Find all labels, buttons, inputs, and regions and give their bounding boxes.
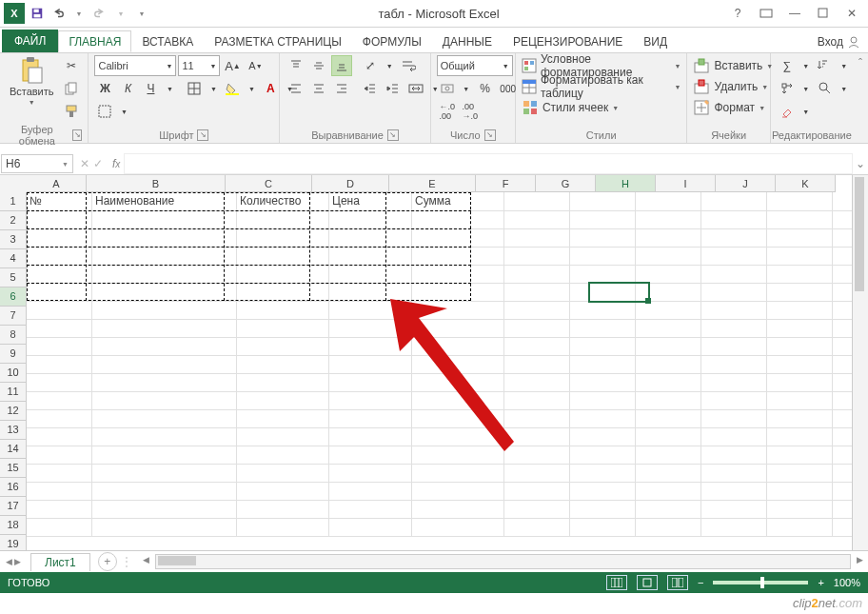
row-header[interactable]: 18 <box>0 516 27 535</box>
cell[interactable] <box>636 464 701 483</box>
cell[interactable] <box>767 427 833 446</box>
column-header[interactable]: F <box>476 175 536 192</box>
row-header[interactable]: 16 <box>0 478 27 497</box>
border-dotted-dropdown[interactable]: ▼ <box>117 101 130 122</box>
cell[interactable] <box>329 228 412 248</box>
tab-view[interactable]: ВИД <box>633 30 678 52</box>
horizontal-scrollbar-thumb[interactable] <box>158 556 196 565</box>
number-launcher[interactable]: ↘ <box>484 129 496 141</box>
sheet-nav-next-icon[interactable]: ▶ <box>14 557 21 566</box>
cell[interactable] <box>636 319 701 338</box>
format-as-table-button[interactable]: Форматировать как таблицу▼ <box>522 76 681 97</box>
cell[interactable] <box>412 247 504 266</box>
column-header[interactable]: B <box>87 175 226 192</box>
alignment-launcher[interactable]: ↘ <box>387 129 399 141</box>
cell[interactable] <box>701 301 767 320</box>
clear-dropdown[interactable]: ▼ <box>799 101 813 122</box>
cell[interactable] <box>92 391 237 410</box>
cell[interactable] <box>570 464 636 483</box>
tab-formulas[interactable]: ФОРМУЛЫ <box>352 30 432 52</box>
cell[interactable] <box>570 228 636 248</box>
cell[interactable] <box>92 265 237 284</box>
cell[interactable] <box>27 464 92 483</box>
copy-icon[interactable] <box>61 78 82 99</box>
column-headers[interactable]: ABCDEFGHIJK <box>27 175 868 192</box>
align-right-icon[interactable] <box>331 78 352 99</box>
cell[interactable] <box>504 482 570 501</box>
cell[interactable] <box>570 301 636 320</box>
cell[interactable] <box>92 409 237 428</box>
scroll-right-icon[interactable]: ▶ <box>857 555 863 564</box>
cell[interactable] <box>504 228 570 248</box>
cell[interactable] <box>701 228 767 248</box>
cell[interactable] <box>237 391 329 410</box>
cell[interactable] <box>504 265 570 284</box>
cell[interactable] <box>636 247 701 266</box>
cell[interactable] <box>767 210 833 229</box>
column-header[interactable]: J <box>716 175 776 192</box>
zoom-level[interactable]: 100% <box>834 577 860 588</box>
cell[interactable] <box>412 265 504 284</box>
column-header[interactable]: K <box>776 175 836 192</box>
row-header[interactable]: 10 <box>0 364 27 383</box>
cell[interactable] <box>570 482 636 501</box>
cell[interactable] <box>570 355 636 374</box>
cell[interactable] <box>504 337 570 356</box>
cell[interactable] <box>701 518 767 537</box>
cell[interactable] <box>412 301 504 320</box>
cell[interactable] <box>329 283 412 302</box>
cell[interactable] <box>767 500 833 519</box>
cell[interactable] <box>237 373 329 392</box>
format-painter-icon[interactable] <box>61 101 82 122</box>
view-normal-icon[interactable] <box>606 575 627 590</box>
expand-formula-bar-icon[interactable]: ⌄ <box>853 153 868 174</box>
cell[interactable] <box>329 518 412 537</box>
cell[interactable] <box>504 427 570 446</box>
decrease-decimal-icon[interactable]: .00→.0 <box>460 101 481 122</box>
cell[interactable] <box>412 391 504 410</box>
cell[interactable] <box>767 446 833 465</box>
align-bottom-icon[interactable] <box>331 55 352 76</box>
view-pagebreak-icon[interactable] <box>667 575 688 590</box>
underline-dropdown[interactable]: ▼ <box>163 78 176 99</box>
cell[interactable] <box>329 446 412 465</box>
cell[interactable] <box>92 319 237 338</box>
cell[interactable] <box>504 319 570 338</box>
qat-customize[interactable]: ▼ <box>133 5 150 22</box>
increase-indent-icon[interactable] <box>383 78 404 99</box>
cell[interactable] <box>570 319 636 338</box>
cell[interactable] <box>570 409 636 428</box>
tab-review[interactable]: РЕЦЕНЗИРОВАНИЕ <box>503 30 633 52</box>
cell[interactable] <box>237 446 329 465</box>
row-header[interactable]: 5 <box>0 268 27 287</box>
cell[interactable] <box>237 301 329 320</box>
cell[interactable] <box>767 319 833 338</box>
cell[interactable] <box>636 427 701 446</box>
cell[interactable] <box>504 373 570 392</box>
cell[interactable] <box>767 337 833 356</box>
cell[interactable] <box>412 210 504 229</box>
cell[interactable] <box>504 210 570 229</box>
column-header[interactable]: E <box>389 175 476 192</box>
font-name-select[interactable]: Calibri▼ <box>94 55 176 76</box>
cell[interactable] <box>701 464 767 483</box>
cut-icon[interactable]: ✂ <box>61 55 82 76</box>
cell[interactable] <box>412 446 504 465</box>
clipboard-launcher[interactable]: ↘ <box>72 129 83 141</box>
cell[interactable] <box>27 301 92 320</box>
cell[interactable] <box>329 319 412 338</box>
cell[interactable] <box>412 319 504 338</box>
delete-cells-button[interactable]: Удалить▼ <box>693 76 773 97</box>
cell[interactable] <box>237 337 329 356</box>
cell[interactable] <box>329 409 412 428</box>
cell[interactable] <box>767 283 833 302</box>
cell[interactable] <box>701 391 767 410</box>
cell[interactable] <box>329 373 412 392</box>
cell[interactable] <box>636 373 701 392</box>
cell[interactable] <box>412 355 504 374</box>
cell[interactable] <box>767 355 833 374</box>
row-header[interactable]: 11 <box>0 383 27 402</box>
cell[interactable] <box>27 446 92 465</box>
cell[interactable] <box>767 409 833 428</box>
cell[interactable] <box>92 210 237 229</box>
